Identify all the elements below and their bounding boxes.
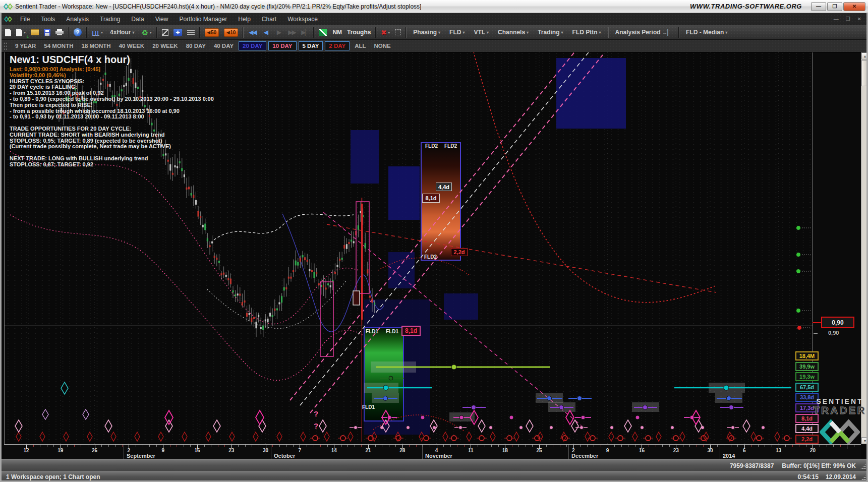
nm-chart-icon [319, 29, 327, 36]
menu-trading[interactable]: Trading [94, 16, 126, 23]
month-separator [720, 445, 720, 459]
axis-tick [457, 445, 457, 447]
nav-end-button[interactable]: ▶▏ [298, 29, 311, 36]
mdi-restore-icon[interactable]: ❐ [842, 16, 854, 22]
drag-grip-icon[interactable] [4, 42, 7, 50]
menu-view[interactable]: View [150, 16, 174, 23]
chevron-down-icon: ▾ [438, 30, 440, 35]
axis-tick [656, 445, 656, 447]
month-separator [124, 445, 124, 459]
menu-portfolio-manager[interactable]: Portfolio Manager [173, 16, 233, 23]
nav-back-button[interactable]: ◀ [259, 29, 272, 36]
toolbar-menu-vtl[interactable]: VTL▾ [470, 27, 493, 38]
chevron-down-icon: ▾ [388, 30, 390, 35]
timeframe-dropdown[interactable]: 4xHour▾ [106, 27, 138, 38]
axis-tick [149, 445, 150, 447]
toolbar-menu-fld-pttn[interactable]: FLD Pttn▾ [568, 27, 605, 38]
chart-canvas[interactable]: New1: USDCHF(4 x hour) Last: 0,90[0:00:0… [4, 52, 813, 444]
timeframe-40-day[interactable]: 40 DAY [210, 42, 238, 50]
nm-chart-button[interactable] [317, 27, 329, 38]
maximize-button[interactable]: ❐ [827, 2, 842, 11]
fld-median-dropdown[interactable]: FLD - Median▾ [682, 27, 731, 38]
minimize-button[interactable]: — [811, 2, 826, 11]
delete-analysis-button[interactable]: ✖▾ [379, 27, 392, 38]
analysis-period-button[interactable]: Analysis Period→▏ [611, 27, 676, 38]
axis-tick [279, 445, 280, 447]
menu-analysis[interactable]: Analysis [61, 16, 94, 23]
price-axis[interactable]: 0,90 0,90 [813, 52, 861, 444]
legend-18-4m[interactable]: 18,4M [795, 351, 819, 360]
new-chart-button[interactable] [3, 27, 13, 38]
pan-button[interactable]: ✚ [171, 27, 184, 38]
resize-grip-icon[interactable] [860, 463, 866, 470]
app-icon [4, 3, 13, 10]
legend-19-3w[interactable]: 19,3w [795, 372, 819, 381]
timeframe-18-month[interactable]: 18 MONTH [78, 42, 115, 50]
timeframe-all-button[interactable]: ALL [351, 42, 370, 50]
cycle-diamond [182, 432, 187, 441]
menu-tools[interactable]: Tools [35, 16, 61, 23]
print-button[interactable] [53, 27, 66, 38]
line-tools-button[interactable] [185, 27, 197, 38]
cycle-marker-dot [731, 426, 735, 430]
toolbar-separator [199, 27, 200, 38]
chart-style-button[interactable]: ▾ [90, 27, 105, 38]
print-icon [55, 29, 64, 35]
zoom-box-button[interactable] [160, 27, 170, 38]
timeframe-80-day[interactable]: 80 DAY [182, 42, 210, 50]
fld-median-label: FLD - Median [686, 29, 724, 36]
axis-tick-label: 11 [468, 448, 474, 453]
axis-tick-label: 28 [399, 448, 405, 453]
axis-tick [847, 445, 847, 449]
timeframe-20-week[interactable]: 20 WEEK [148, 42, 182, 50]
nav-fast-forward-button[interactable]: ▶▶ [285, 29, 298, 36]
x-axis[interactable]: 1219262916233071421284111825291623306132… [4, 444, 861, 459]
menu-help[interactable]: Help [233, 16, 256, 23]
titlebar: Sentient Trader - Workspace: New - [USDC… [0, 0, 868, 13]
new-analysis-button[interactable]: +▾ [14, 27, 28, 38]
mdi-minimize-icon[interactable]: — [830, 16, 842, 22]
menu-file[interactable]: File [15, 16, 35, 23]
toolbar-menu-fld[interactable]: FLD▾ [445, 27, 469, 38]
chevron-down-icon: ▾ [132, 30, 134, 35]
timeframe-5-day[interactable]: 5 DAY [299, 41, 323, 50]
axis-tick [395, 445, 396, 447]
axis-tick [717, 445, 718, 447]
menu-data[interactable]: Data [126, 16, 149, 23]
axis-tick [423, 445, 423, 447]
skip-back-10-button[interactable]: ◀10 [222, 27, 240, 38]
skip-back-50-button[interactable]: ◀50 [203, 27, 221, 38]
mdi-close-icon[interactable]: ✕ [854, 16, 865, 22]
cycle-marker-dot [580, 426, 584, 430]
open-button[interactable] [29, 27, 41, 38]
legend-39-9w[interactable]: 39,9w [795, 362, 819, 371]
timeframe-9-year[interactable]: 9 YEAR [11, 42, 40, 50]
axis-tick [512, 445, 512, 447]
refresh-button[interactable]: ♻▾ [139, 27, 153, 38]
menu-workspace[interactable]: Workspace [282, 16, 323, 23]
legend-67-5d[interactable]: 67,5d [795, 383, 819, 392]
question-marker: ? [314, 421, 318, 430]
help-button[interactable]: ? [72, 27, 84, 38]
timeframe-40-week[interactable]: 40 WEEK [115, 42, 149, 50]
axis-tick [156, 445, 157, 447]
close-button[interactable]: ✕ [843, 2, 865, 11]
nm-label[interactable]: NM [330, 29, 344, 36]
timeframe-10-day[interactable]: 10 DAY [268, 41, 296, 50]
cycle-diamond [319, 420, 326, 432]
toolbar-menu-trading[interactable]: Trading▾ [534, 27, 567, 38]
timeframe-none-button[interactable]: NONE [370, 42, 395, 50]
menu-chart[interactable]: Chart [256, 16, 282, 23]
axis-tick [840, 445, 841, 447]
toolbar-menu-channels[interactable]: Channels▾ [494, 27, 533, 38]
cycle-marker-dot [383, 385, 388, 390]
toolbar-menu-phasing[interactable]: Phasing▾ [409, 27, 444, 38]
timeframe-2-day[interactable]: 2 DAY [325, 41, 350, 50]
selection-box-button[interactable] [393, 27, 403, 38]
nav-forward-button[interactable]: ▶ [272, 29, 285, 36]
timeframe-20-day[interactable]: 20 DAY [239, 41, 266, 50]
save-button[interactable] [42, 27, 52, 38]
nav-fast-back-button[interactable]: ◀◀ [246, 29, 259, 36]
troughs-button[interactable]: Troughs [344, 29, 373, 36]
timeframe-54-month[interactable]: 54 MONTH [40, 42, 77, 50]
